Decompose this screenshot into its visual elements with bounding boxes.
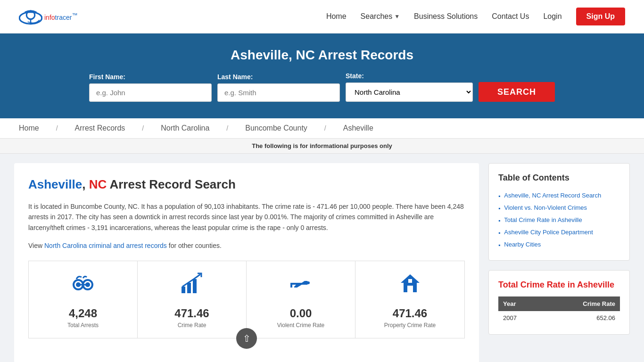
crime-rate-column-header: Crime Rate bbox=[542, 296, 620, 311]
sidebar: Table of Contents Asheville, NC Arrest R… bbox=[488, 163, 630, 335]
toc-item: Asheville, NC Arrest Record Search bbox=[498, 189, 620, 202]
svg-point-13 bbox=[307, 281, 310, 284]
breadcrumb-home[interactable]: Home bbox=[19, 124, 39, 132]
crime-table-rate: 652.06 bbox=[542, 311, 620, 325]
logo-icon bbox=[19, 5, 42, 28]
signup-button[interactable]: Sign Up bbox=[576, 8, 625, 25]
first-name-input[interactable] bbox=[89, 83, 212, 102]
toc-list: Asheville, NC Arrest Record Search Viole… bbox=[498, 189, 620, 251]
first-name-label: First Name: bbox=[89, 73, 212, 81]
stat-property-crime: 471.46 Property Crime Rate bbox=[355, 261, 464, 338]
login-button[interactable]: Login bbox=[543, 12, 561, 21]
toc-link-total-crime-rate[interactable]: Total Crime Rate in Asheville bbox=[504, 216, 582, 223]
toc-link-violent-vs-nonviolent[interactable]: Violent vs. Non-Violent Crimes bbox=[504, 204, 587, 211]
svg-rect-10 bbox=[187, 283, 191, 293]
logo-tracer: tracer bbox=[55, 14, 72, 21]
toc-link-nearby-cities[interactable]: Nearby Cities bbox=[504, 241, 541, 248]
toc-link-police-department[interactable]: Asheville City Police Department bbox=[504, 229, 593, 236]
breadcrumb-sep2: / bbox=[142, 124, 144, 132]
toc-box: Table of Contents Asheville, NC Arrest R… bbox=[488, 163, 630, 261]
toc-item: Total Crime Rate in Asheville bbox=[498, 214, 620, 226]
svg-rect-11 bbox=[193, 279, 197, 293]
header: infotracer™ Home Searches ▼ Business Sol… bbox=[0, 0, 644, 33]
content-view-link-para: View North Carolina criminal and arrest … bbox=[28, 240, 465, 251]
breadcrumb: Home / Arrest Records / North Carolina /… bbox=[0, 118, 644, 139]
stat-violent-crime-label: Violent Crime Rate bbox=[277, 322, 325, 329]
last-name-label: Last Name: bbox=[217, 73, 340, 81]
year-column-header: Year bbox=[498, 296, 542, 311]
stat-crime-rate: 471.46 Crime Rate bbox=[138, 261, 247, 338]
svg-point-7 bbox=[76, 282, 81, 287]
breadcrumb-asheville[interactable]: Asheville bbox=[343, 124, 373, 132]
nav-home[interactable]: Home bbox=[326, 12, 347, 21]
breadcrumb-buncombe-county[interactable]: Buncombe County bbox=[245, 124, 307, 132]
state-label: State: bbox=[346, 72, 473, 80]
toc-item: Nearby Cities bbox=[498, 239, 620, 251]
stat-property-crime-value: 471.46 bbox=[393, 307, 427, 320]
toc-heading: Table of Contents bbox=[498, 173, 620, 183]
handcuffs-icon bbox=[70, 271, 96, 302]
crime-table-year: 2007 bbox=[498, 311, 542, 325]
stat-arrests-value: 4,248 bbox=[69, 307, 97, 320]
crime-rate-heading: Total Crime Rate in Asheville bbox=[498, 280, 620, 290]
crime-table-body: 2007 652.06 bbox=[498, 311, 620, 325]
svg-rect-14 bbox=[407, 286, 413, 292]
breadcrumb-arrest-records[interactable]: Arrest Records bbox=[75, 124, 125, 132]
breadcrumb-north-carolina[interactable]: North Carolina bbox=[161, 124, 209, 132]
state-group: State: North Carolina Alabama Alaska Ari… bbox=[346, 72, 473, 102]
chart-icon bbox=[179, 271, 205, 302]
main-layout: Asheville, NC Arrest Record Search It is… bbox=[0, 154, 644, 362]
state-select[interactable]: North Carolina Alabama Alaska Arizona Ca… bbox=[346, 82, 473, 102]
svg-rect-2 bbox=[30, 19, 32, 24]
view-text: View bbox=[28, 242, 44, 249]
crime-rate-box: Total Crime Rate in Asheville Year Crime… bbox=[488, 270, 630, 335]
breadcrumb-sep3: / bbox=[226, 124, 228, 132]
main-content: Asheville, NC Arrest Record Search It is… bbox=[14, 163, 479, 362]
gun-icon bbox=[288, 271, 314, 302]
svg-point-8 bbox=[85, 282, 90, 287]
stat-arrests: 4,248 Total Arrests bbox=[29, 261, 138, 338]
heading-rest: Arrest Record Search bbox=[107, 177, 236, 191]
stat-crime-rate-label: Crime Rate bbox=[178, 322, 206, 329]
toc-item: Violent vs. Non-Violent Crimes bbox=[498, 202, 620, 214]
content-description: It is located in Buncombe County, NC. It… bbox=[28, 201, 465, 233]
logo-text: infotracer™ bbox=[44, 12, 77, 21]
for-counties-text: for other counties. bbox=[167, 242, 222, 249]
nav-business-solutions[interactable]: Business Solutions bbox=[414, 12, 478, 21]
breadcrumb-sep4: / bbox=[324, 124, 326, 132]
stat-violent-crime: 0.00 Violent Crime Rate bbox=[247, 261, 355, 338]
crime-table-header-row: Year Crime Rate bbox=[498, 296, 620, 311]
stat-arrests-label: Total Arrests bbox=[67, 322, 99, 329]
stat-crime-rate-value: 471.46 bbox=[174, 307, 209, 320]
nav-contact-us[interactable]: Contact Us bbox=[492, 12, 529, 21]
searches-dropdown-arrow: ▼ bbox=[394, 13, 400, 20]
stats-grid: 4,248 Total Arrests 471.46 Crime Rate bbox=[28, 261, 465, 338]
heading-state: NC bbox=[89, 177, 107, 191]
main-nav: Home Searches ▼ Business Solutions Conta… bbox=[326, 8, 625, 25]
svg-rect-15 bbox=[408, 279, 412, 283]
first-name-group: First Name: bbox=[89, 73, 212, 102]
nav-searches[interactable]: Searches ▼ bbox=[361, 12, 400, 21]
hero-section: Asheville, NC Arrest Records First Name:… bbox=[0, 33, 644, 118]
disclaimer-text: The following is for informational purpo… bbox=[252, 142, 392, 149]
crime-rate-table: Year Crime Rate 2007 652.06 bbox=[498, 296, 620, 325]
logo-info: info bbox=[44, 14, 55, 21]
last-name-group: Last Name: bbox=[217, 73, 340, 102]
toc-link-arrest-record-search[interactable]: Asheville, NC Arrest Record Search bbox=[504, 192, 601, 199]
toc-item: Asheville City Police Department bbox=[498, 226, 620, 239]
disclaimer-bar: The following is for informational purpo… bbox=[0, 139, 644, 154]
scroll-top-button[interactable]: ⇧ bbox=[236, 328, 257, 349]
hero-title: Asheville, NC Arrest Records bbox=[19, 48, 625, 63]
logo-tm: ™ bbox=[72, 12, 77, 18]
heading-city: Asheville bbox=[28, 177, 82, 191]
house-icon bbox=[397, 271, 423, 302]
stat-property-crime-label: Property Crime Rate bbox=[384, 322, 436, 329]
svg-rect-9 bbox=[182, 287, 185, 293]
search-button[interactable]: SEARCH bbox=[479, 82, 555, 102]
nc-link[interactable]: North Carolina criminal and arrest recor… bbox=[44, 242, 167, 249]
logo: infotracer™ bbox=[19, 5, 77, 28]
svg-rect-12 bbox=[290, 285, 292, 288]
search-form: First Name: Last Name: State: North Caro… bbox=[19, 72, 625, 102]
last-name-input[interactable] bbox=[217, 83, 340, 102]
heading-comma: , bbox=[82, 177, 89, 191]
